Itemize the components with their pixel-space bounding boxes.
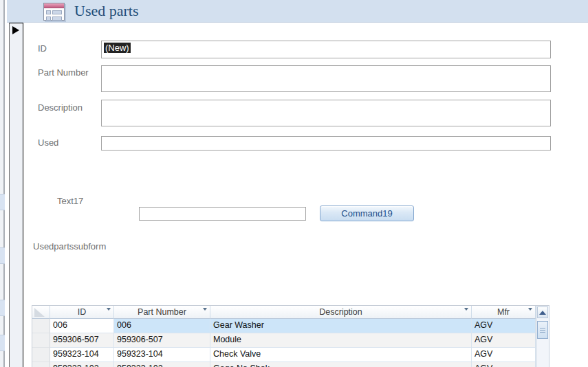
text17-field[interactable] <box>139 207 306 221</box>
part-number-label: Part Number <box>38 67 89 78</box>
column-header-id[interactable]: ID <box>50 306 114 319</box>
id-label: ID <box>38 43 47 54</box>
cell-mfr[interactable]: AGV <box>472 333 536 348</box>
column-header-mfr[interactable]: Mfr <box>472 306 536 319</box>
nav-pane-item-edge <box>0 247 5 264</box>
row-selector[interactable] <box>32 333 50 348</box>
page-title: Used parts <box>74 2 138 20</box>
column-dropdown-icon[interactable] <box>203 308 207 311</box>
column-dropdown-icon[interactable] <box>107 308 111 311</box>
cell-description[interactable]: Module <box>210 333 472 348</box>
used-field[interactable] <box>101 136 551 151</box>
nav-pane-item-edge <box>0 194 5 210</box>
row-selector[interactable] <box>32 362 50 367</box>
used-parts-subform-datasheet: ID Part Number Description Mfr 006 006 G… <box>32 305 549 367</box>
nav-pane-edge <box>0 0 5 367</box>
scrollbar-thumb[interactable] <box>537 321 548 339</box>
table-row: 959306-507 959306-507 Module AGV <box>32 333 536 348</box>
text17-label: Text17 <box>57 196 83 206</box>
select-all-icon <box>34 308 45 317</box>
used-label: Used <box>38 137 58 148</box>
cell-part-number[interactable]: 959323-104 <box>114 348 210 362</box>
table-row: 959323-102 959323-102 Gage No Shok AGV <box>32 362 536 367</box>
nav-pane-item-edge <box>0 300 5 316</box>
description-label: Description <box>38 102 83 113</box>
cell-id[interactable]: 959323-104 <box>50 348 114 362</box>
record-selector-bar[interactable] <box>9 23 23 367</box>
column-header-part-number[interactable]: Part Number <box>114 306 210 319</box>
part-number-field[interactable] <box>101 65 551 92</box>
cell-id[interactable]: 006 <box>50 319 114 333</box>
table-row: 006 006 Gear Washer AGV <box>32 319 536 333</box>
id-field-selected-value: (New) <box>104 43 131 53</box>
scroll-up-icon <box>539 311 546 315</box>
table-row: 959323-104 959323-104 Check Valve AGV <box>32 348 536 362</box>
description-field[interactable] <box>101 100 551 126</box>
cell-part-number[interactable]: 006 <box>114 319 210 333</box>
cell-mfr[interactable]: AGV <box>472 362 536 367</box>
cell-part-number[interactable]: 959323-102 <box>114 362 210 367</box>
cell-description[interactable]: Check Valve <box>210 348 472 362</box>
form-icon <box>43 3 65 21</box>
select-all-corner[interactable] <box>32 306 50 319</box>
cell-part-number[interactable]: 959306-507 <box>114 333 210 348</box>
row-selector[interactable] <box>32 348 50 362</box>
subform-label: Usedpartssubform <box>33 241 106 252</box>
column-dropdown-icon[interactable] <box>464 308 468 311</box>
datasheet-header-row: ID Part Number Description Mfr <box>32 306 536 319</box>
nav-pane-item-edge <box>0 335 5 351</box>
cell-id[interactable]: 959323-102 <box>50 362 114 367</box>
scroll-up-button[interactable] <box>537 307 548 318</box>
cell-id[interactable]: 959306-507 <box>50 333 114 348</box>
vertical-scrollbar[interactable] <box>536 306 549 367</box>
column-header-description[interactable]: Description <box>210 306 472 319</box>
current-record-arrow-icon <box>12 26 19 34</box>
scrollbar-grip-icon <box>540 328 545 333</box>
command19-button[interactable]: Command19 <box>320 205 414 221</box>
cell-mfr[interactable]: AGV <box>472 319 536 333</box>
cell-description[interactable]: Gage No Shok <box>210 362 472 367</box>
form-header: Used parts <box>7 0 588 23</box>
cell-mfr[interactable]: AGV <box>472 348 536 362</box>
cell-description[interactable]: Gear Washer <box>210 319 472 333</box>
column-dropdown-icon[interactable] <box>528 308 532 311</box>
id-field[interactable]: (New) <box>101 41 551 58</box>
row-selector[interactable] <box>32 319 50 333</box>
